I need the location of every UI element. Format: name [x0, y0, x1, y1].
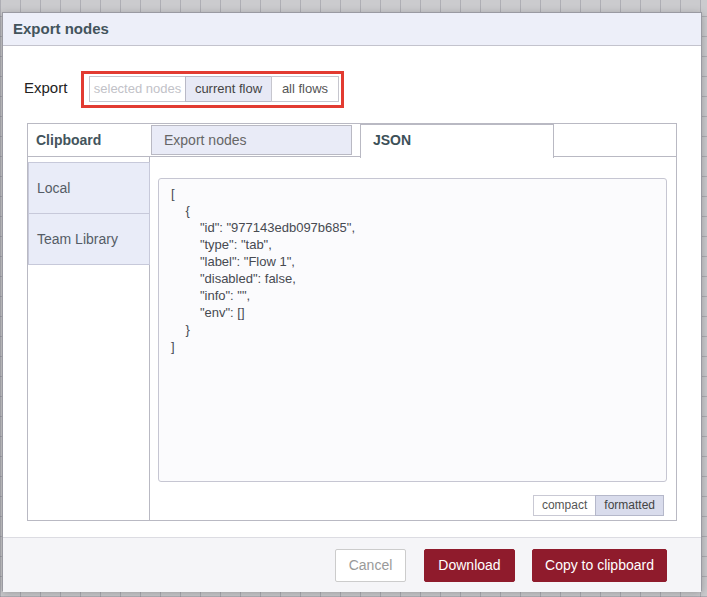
format-formatted-button[interactable]: formatted: [595, 495, 664, 516]
dialog-title: Export nodes: [3, 13, 701, 46]
export-nodes-dialog: Export nodes Export selected nodes curre…: [2, 12, 702, 591]
tab-clipboard[interactable]: Clipboard: [36, 124, 101, 157]
download-button[interactable]: Download: [424, 549, 515, 582]
json-preview-area[interactable]: [ { "id": "977143edb097b685", "type": "t…: [158, 178, 667, 482]
sidebar-item-local[interactable]: Local: [28, 162, 150, 214]
scope-current-flow-button[interactable]: current flow: [185, 76, 272, 102]
export-destination-panel: Clipboard Export nodes JSON Local Team L…: [27, 123, 677, 521]
tab-export-nodes[interactable]: Export nodes: [151, 125, 352, 155]
tab-json[interactable]: JSON: [360, 124, 554, 158]
sidebar-item-team-library[interactable]: Team Library: [28, 213, 150, 265]
destination-sidebar: Local Team Library: [28, 157, 150, 520]
copy-to-clipboard-button[interactable]: Copy to clipboard: [532, 549, 667, 582]
export-scope-label: Export: [24, 75, 67, 101]
json-preview-text: [ { "id": "977143edb097b685", "type": "t…: [171, 185, 654, 355]
content-tab-strip: Clipboard Export nodes JSON: [28, 124, 676, 157]
workspace-canvas: Export nodes Export selected nodes curre…: [0, 0, 707, 597]
scope-all-flows-button[interactable]: all flows: [271, 76, 339, 102]
scope-selected-nodes-button[interactable]: selected nodes: [89, 76, 186, 102]
export-scope-button-group: selected nodes current flow all flows: [89, 76, 339, 102]
dialog-footer: Cancel Download Copy to clipboard: [3, 537, 701, 592]
cancel-button[interactable]: Cancel: [335, 549, 406, 582]
format-compact-button[interactable]: compact: [533, 495, 596, 516]
json-format-button-group: compact formatted: [533, 495, 664, 516]
